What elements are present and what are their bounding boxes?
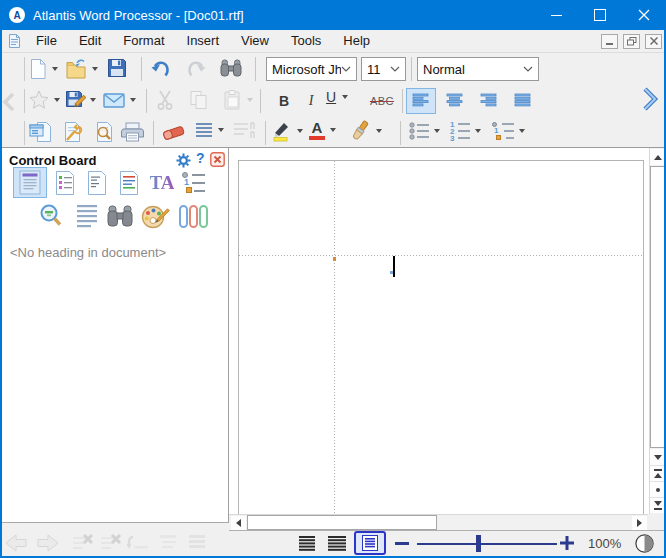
- align-center-button[interactable]: [440, 88, 470, 114]
- line-spacing-dropdown-arrow[interactable]: [218, 128, 224, 132]
- next-page-button[interactable]: [650, 497, 665, 513]
- bold-button[interactable]: B: [272, 89, 296, 113]
- window-maximize-button[interactable]: [578, 0, 622, 30]
- scroll-left-button[interactable]: [231, 516, 246, 530]
- highlight-dropdown-arrow[interactable]: [297, 129, 303, 133]
- zoom-pane-button[interactable]: [36, 200, 66, 232]
- print-preview-button[interactable]: [92, 120, 116, 144]
- document-options-button[interactable]: [61, 120, 85, 144]
- underline-button[interactable]: U: [326, 89, 348, 105]
- multilevel-list-dropdown-arrow[interactable]: [519, 129, 525, 133]
- page-layout-view-button[interactable]: [354, 531, 386, 555]
- save-special-dropdown-arrow[interactable]: [90, 98, 96, 102]
- formatting-marks-button[interactable]: [232, 120, 258, 142]
- document-menu-icon[interactable]: [7, 33, 22, 49]
- online-view-button[interactable]: [324, 533, 350, 554]
- numbered-list-dropdown-arrow[interactable]: [475, 129, 481, 133]
- strikethrough-button[interactable]: ABC: [364, 89, 400, 113]
- numbered-list-button[interactable]: 123: [450, 120, 481, 142]
- find-pane-button[interactable]: [103, 200, 137, 232]
- document-minimize-button[interactable]: [601, 34, 618, 49]
- help-icon[interactable]: ?: [196, 150, 205, 166]
- toolbar-handle[interactable]: [24, 89, 25, 113]
- menu-help[interactable]: Help: [332, 30, 381, 52]
- underline-dropdown-arrow[interactable]: [342, 95, 348, 99]
- find-button[interactable]: [219, 57, 243, 79]
- italic-button[interactable]: I: [300, 89, 322, 113]
- select-browse-object-button[interactable]: [650, 481, 665, 497]
- zoom-slider-track[interactable]: [417, 543, 557, 545]
- paragraph-pane-button[interactable]: [72, 200, 102, 232]
- toolbar-handle[interactable]: [24, 57, 25, 81]
- open-button[interactable]: [64, 57, 98, 81]
- toolbar-handle[interactable]: [24, 121, 25, 145]
- zoom-out-button[interactable]: [395, 542, 409, 545]
- window-minimize-button[interactable]: [534, 0, 578, 30]
- font-size-combo[interactable]: 11: [361, 57, 406, 81]
- zoom-in-button[interactable]: [559, 535, 575, 551]
- gear-icon[interactable]: [176, 153, 191, 168]
- font-name-combo[interactable]: Microsoft Jh: [266, 57, 357, 81]
- toc-pane-button[interactable]: [49, 167, 81, 198]
- menu-format[interactable]: Format: [112, 30, 175, 52]
- window-close-button[interactable]: [622, 0, 666, 30]
- draft-view-button[interactable]: [294, 533, 320, 554]
- undo-button[interactable]: [149, 57, 173, 81]
- paste-button[interactable]: [221, 89, 253, 111]
- line-spacing-button[interactable]: [194, 120, 224, 140]
- bullet-list-button[interactable]: [408, 120, 440, 142]
- new-document-button[interactable]: [28, 57, 58, 81]
- cut-button[interactable]: [154, 89, 176, 111]
- panel-close-icon[interactable]: [210, 152, 225, 167]
- highlight-color-button[interactable]: [271, 120, 303, 142]
- format-painter-button[interactable]: [347, 119, 382, 143]
- email-button[interactable]: [102, 89, 136, 111]
- outline-pane-button[interactable]: 1: [178, 167, 210, 198]
- copy-button[interactable]: [188, 89, 210, 111]
- toolbar-collapse-button[interactable]: [1, 91, 17, 113]
- document-close-button[interactable]: [645, 34, 662, 49]
- print-button[interactable]: [120, 120, 146, 144]
- align-justify-button[interactable]: [508, 88, 538, 114]
- comments-pane-button[interactable]: [82, 167, 112, 198]
- favorites-dropdown-arrow[interactable]: [54, 98, 60, 102]
- scroll-up-button[interactable]: [650, 149, 665, 165]
- fonts-pane-button[interactable]: TA: [147, 167, 177, 198]
- previous-page-button[interactable]: [650, 465, 665, 481]
- align-right-button[interactable]: [474, 88, 504, 114]
- clips-pane-button[interactable]: [175, 200, 211, 232]
- align-left-button[interactable]: [406, 88, 436, 114]
- eraser-button[interactable]: [160, 120, 188, 144]
- colors-pane-button[interactable]: [138, 200, 172, 232]
- menu-insert[interactable]: Insert: [176, 30, 231, 52]
- paragraph-style-combo[interactable]: Normal: [417, 57, 539, 81]
- review-pane-button[interactable]: [113, 167, 145, 198]
- open-dropdown-arrow[interactable]: [92, 67, 98, 71]
- document-editor[interactable]: [229, 148, 649, 514]
- zoom-slider-thumb[interactable]: [476, 535, 481, 552]
- toolbar-expand-button[interactable]: [641, 86, 659, 112]
- horizontal-scroll-thumb[interactable]: [247, 515, 437, 530]
- email-dropdown-arrow[interactable]: [130, 98, 136, 102]
- save-button[interactable]: [106, 57, 128, 79]
- menu-edit[interactable]: Edit: [68, 30, 112, 52]
- font-color-dropdown-arrow[interactable]: [330, 128, 336, 132]
- save-special-button[interactable]: [64, 89, 96, 111]
- document-restore-button[interactable]: [623, 34, 640, 49]
- control-board-toggle-button[interactable]: [28, 120, 54, 144]
- headings-pane-button[interactable]: [13, 167, 47, 198]
- bullet-list-dropdown-arrow[interactable]: [434, 129, 440, 133]
- menu-view[interactable]: View: [230, 30, 280, 52]
- favorites-button[interactable]: [28, 89, 60, 111]
- menu-file[interactable]: File: [25, 30, 68, 52]
- format-painter-dropdown-arrow[interactable]: [376, 129, 382, 133]
- full-screen-toggle-icon[interactable]: [634, 533, 655, 554]
- redo-button[interactable]: [184, 57, 208, 81]
- font-color-button[interactable]: A: [309, 120, 336, 140]
- scroll-down-button[interactable]: [650, 449, 665, 465]
- multilevel-list-button[interactable]: 1: [492, 120, 525, 142]
- menu-tools[interactable]: Tools: [280, 30, 332, 52]
- vertical-scroll-thumb[interactable]: [650, 166, 665, 448]
- scroll-right-button[interactable]: [632, 516, 647, 530]
- new-dropdown-arrow[interactable]: [52, 67, 58, 71]
